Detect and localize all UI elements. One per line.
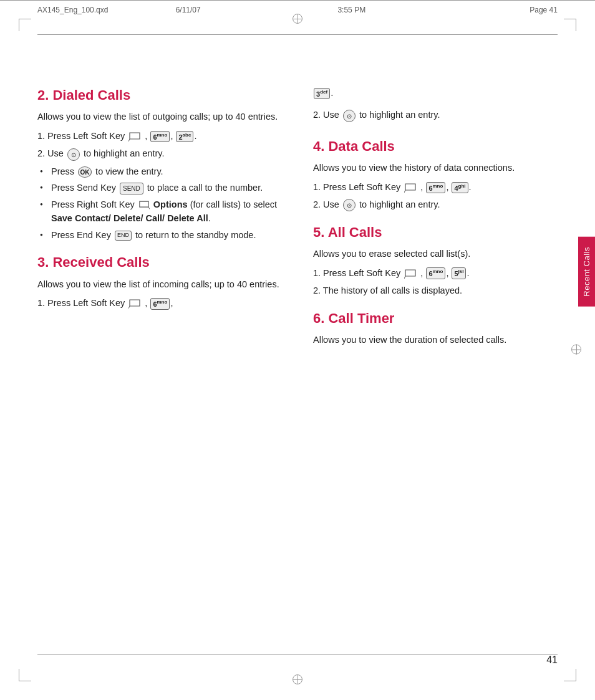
header-filename: AX145_Eng_100.qxd	[37, 6, 108, 14]
ok-key-icon: OK	[78, 166, 92, 178]
data-calls-step2: 2. Use ⊙ to highlight an entry.	[313, 198, 558, 211]
page-number: 41	[546, 654, 558, 666]
bullet-options: Press Right Soft Key Options (for call l…	[40, 198, 282, 226]
send-key-icon: SEND	[120, 183, 143, 195]
svg-line-4	[404, 276, 405, 279]
dialed-right-step2: 2. Use ⊙ to highlight an entry.	[313, 108, 558, 122]
header-date: 6/11/07	[176, 6, 201, 14]
section-all-calls: 5. All Calls Allows you to erase selecte…	[313, 224, 558, 298]
nav-key-icon-2: ⊙	[343, 110, 356, 122]
bullet-send: Press Send Key SEND to place a call to t…	[40, 181, 282, 194]
end-key-icon: END	[115, 231, 132, 241]
dialed-calls-intro: Allows you to view the list of outgoing …	[37, 110, 282, 123]
section-call-timer: 6. Call Timer Allows you to view the dur…	[313, 310, 558, 347]
soft-key-icon-4	[404, 269, 417, 279]
call-timer-heading: 6. Call Timer	[313, 310, 558, 327]
save-contact-label: Save Contact/ Delete/ Call/ Delete All	[51, 213, 208, 223]
dialed-calls-step1: 1. Press Left Soft Key , 6mno, 2abc.	[37, 129, 282, 143]
header-page: Page 41	[530, 6, 558, 14]
soft-key-icon-2	[128, 299, 141, 309]
section-received-calls: 3. Received Calls Allows you to view the…	[37, 254, 282, 310]
dialed-calls-bullets: Press OK to view the entry. Press Send K…	[40, 165, 282, 242]
nav-key-icon-3: ⊙	[343, 199, 356, 211]
crop-mark-bl	[19, 669, 31, 681]
data-calls-intro: Allows you to view the history of data c…	[313, 161, 558, 175]
options-label: Options	[153, 199, 188, 209]
sidebar-tab: Recent Calls	[578, 237, 595, 307]
nav-key-icon: ⊙	[67, 148, 80, 161]
svg-line-1	[148, 208, 150, 210]
all-calls-step2: 2. The history of all calls is displayed…	[313, 284, 558, 297]
key-3-icon: 3def	[314, 88, 330, 100]
content-area: 2. Dialed Calls Allows you to view the l…	[37, 50, 558, 650]
cross-right	[571, 344, 581, 356]
key-5-icon: 5jkl	[452, 267, 466, 279]
cross-top	[293, 14, 302, 26]
header-time: 3:55 PM	[337, 6, 365, 14]
received-calls-intro: Allows you to view the list of incoming …	[37, 277, 282, 291]
top-rule	[37, 34, 558, 35]
call-timer-intro: Allows you to view the duration of selec…	[313, 333, 558, 347]
svg-line-2	[128, 306, 130, 309]
section-data-calls: 4. Data Calls Allows you to view the his…	[313, 138, 558, 212]
all-calls-step1: 1. Press Left Soft Key , 6mno, 5jkl.	[313, 266, 558, 280]
received-calls-step1: 1. Press Left Soft Key , 6mno,	[37, 296, 282, 310]
data-calls-step1: 1. Press Left Soft Key , 6mno, 4ghi.	[313, 180, 558, 194]
right-soft-key-icon	[138, 200, 150, 209]
dialed-calls-step2: 2. Use ⊙ to highlight an entry.	[37, 146, 282, 160]
crop-mark-br	[564, 669, 576, 681]
right-column: 3def. 2. Use ⊙ to highlight an entry. 4.…	[301, 50, 558, 650]
soft-key-icon-3	[404, 183, 417, 193]
section-dialed-calls: 2. Dialed Calls Allows you to view the l…	[37, 87, 282, 242]
key-6-icon: 6mno	[150, 131, 170, 143]
crop-mark-tr	[564, 19, 576, 31]
all-calls-intro: Allows you to erase selected call list(s…	[313, 247, 558, 261]
dialed-right-step1-cont: 3def.	[313, 87, 558, 99]
bullet-ok: Press OK to view the entry.	[40, 165, 282, 178]
cross-bottom	[293, 674, 302, 686]
soft-key-icon	[128, 132, 141, 141]
received-calls-heading: 3. Received Calls	[37, 254, 282, 271]
all-calls-heading: 5. All Calls	[313, 224, 558, 241]
key-6-icon-4: 6mno	[426, 267, 445, 279]
svg-line-3	[404, 190, 405, 193]
bottom-rule	[37, 654, 558, 655]
crop-mark-tl	[19, 19, 31, 31]
key-4-icon: 4ghi	[452, 182, 468, 194]
key-6-icon-2: 6mno	[150, 298, 170, 310]
key-6-icon-3: 6mno	[426, 182, 445, 194]
data-calls-heading: 4. Data Calls	[313, 138, 558, 155]
svg-line-0	[128, 139, 130, 141]
bullet-end: Press End Key END to return to the stand…	[40, 228, 282, 242]
left-column: 2. Dialed Calls Allows you to view the l…	[37, 50, 301, 650]
key-2-icon: 2abc	[176, 131, 193, 143]
dialed-calls-heading: 2. Dialed Calls	[37, 87, 282, 103]
page-container: AX145_Eng_100.qxd 6/11/07 3:55 PM Page 4…	[0, 0, 595, 700]
